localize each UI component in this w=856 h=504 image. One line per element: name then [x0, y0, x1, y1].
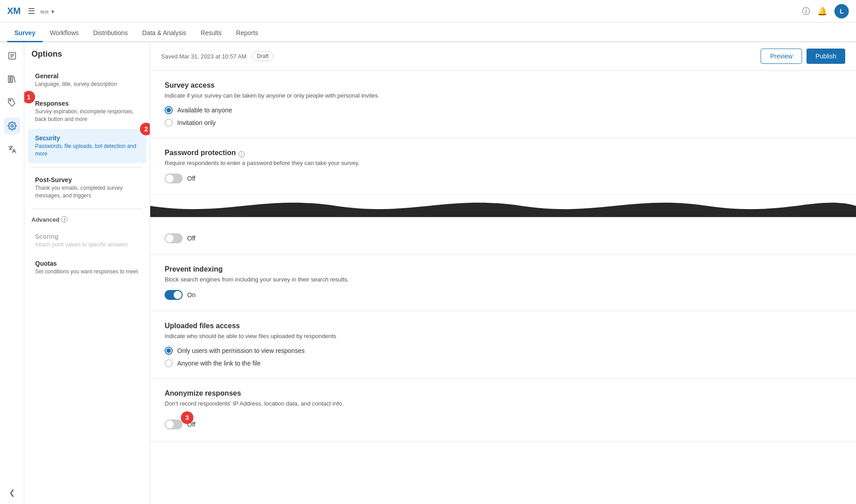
uploaded-files-desc: Indicate who should be able to view file… — [165, 333, 842, 339]
draft-badge: Draft — [252, 51, 273, 61]
advanced-section-header: Advanced i — [24, 213, 150, 227]
anonymize-responses-toggle[interactable] — [165, 419, 183, 429]
radio-only-users[interactable]: Only users with permission to view respo… — [165, 347, 842, 355]
hamburger-menu[interactable]: ☰ — [28, 6, 35, 16]
radio-only-users-label: Only users with permission to view respo… — [177, 347, 305, 354]
sidebar-icon-library[interactable] — [4, 71, 20, 87]
option-item-scoring-desc: Attach point values to specific answers — [35, 241, 139, 249]
password-protection-toggle[interactable] — [165, 174, 183, 183]
option-item-post-survey[interactable]: Post-Survey Thank you emails, completed … — [28, 171, 146, 205]
sidebar-icon-translate[interactable] — [4, 141, 20, 157]
topbar-right: ⓘ 🔔 L — [802, 4, 849, 18]
advanced-label: Advanced — [31, 216, 59, 223]
uploaded-files-title: Uploaded files access — [165, 322, 842, 330]
prevent-indexing-toggle[interactable] — [165, 290, 183, 300]
help-icon[interactable]: ⓘ — [802, 6, 810, 17]
avatar[interactable]: L — [834, 4, 849, 18]
option-item-post-survey-desc: Thank you emails, completed survey messa… — [35, 184, 139, 200]
prevent-indexing-toggle-label: On — [187, 291, 196, 299]
password-protection-toggle-row-2: Off — [165, 233, 842, 243]
options-sidebar: Options General Language, title, survey … — [24, 42, 150, 504]
xm-logo: XM — [7, 6, 21, 16]
sidebar-icon-questions[interactable] — [4, 48, 20, 64]
prevent-indexing-section: Prevent indexing Block search engines fr… — [150, 254, 856, 311]
prevent-indexing-title: Prevent indexing — [165, 265, 842, 273]
saved-text: Saved Mar 31, 2023 at 10:57 AM — [161, 53, 246, 60]
option-item-general-title: General — [35, 72, 139, 80]
nav-tabs: Survey Workflows Distributions Data & An… — [0, 22, 856, 42]
radio-available-to-anyone[interactable]: Available to anyone — [165, 106, 842, 114]
sidebar-collapse-arrow[interactable]: ❮ — [9, 488, 15, 497]
publish-button[interactable]: Publish — [807, 49, 845, 64]
project-name[interactable]: test ▼ — [40, 8, 55, 15]
svg-point-6 — [9, 100, 11, 102]
option-item-scoring[interactable]: Scoring Attach point values to specific … — [28, 227, 146, 254]
radio-invitation-circle — [165, 119, 173, 127]
password-protection-toggle-label-2: Off — [187, 235, 195, 242]
preview-button[interactable]: Preview — [761, 49, 802, 64]
password-protection-toggle-2[interactable] — [165, 233, 183, 243]
option-item-quotas[interactable]: Quotas Set conditions you want responses… — [28, 254, 146, 281]
tab-results[interactable]: Results — [193, 25, 229, 42]
option-item-responses[interactable]: 1 Responses Survey expiration, incomplet… — [28, 94, 146, 129]
survey-access-title: Survey access — [165, 81, 842, 89]
option-item-scoring-title: Scoring — [35, 233, 139, 240]
svg-rect-4 — [8, 76, 9, 83]
option-item-general-desc: Language, title, survey description — [35, 80, 139, 88]
sidebar-icon-options[interactable] — [4, 118, 20, 134]
password-protection-desc: Require respondents to enter a password … — [165, 160, 842, 166]
tab-survey[interactable]: Survey — [7, 25, 43, 42]
badge-responses: 1 — [24, 91, 35, 103]
radio-anyone-link-label: Anyone with the link to the file — [177, 360, 260, 367]
option-item-security-desc: Passwords, file uploads, bot detection a… — [35, 143, 139, 158]
sidebar-divider-1 — [31, 167, 143, 167]
radio-anyone-link[interactable]: Anyone with the link to the file — [165, 359, 842, 367]
icon-sidebar: ❮ — [0, 42, 24, 504]
anonymize-responses-section: Anonymize responses Don't record respond… — [150, 379, 856, 442]
radio-available-label: Available to anyone — [177, 107, 232, 114]
badge-security: 2 — [140, 123, 150, 135]
option-item-general[interactable]: General Language, title, survey descript… — [28, 67, 146, 94]
svg-rect-5 — [11, 76, 12, 83]
sidebar-divider-2 — [31, 209, 143, 209]
password-protection-section-bottom: Off — [150, 217, 856, 254]
radio-available-circle — [165, 106, 173, 114]
option-item-security-title: Security — [35, 134, 139, 142]
anonymize-responses-desc: Don't record respondents' IP Address, lo… — [165, 400, 842, 407]
password-protection-info-icon[interactable]: i — [238, 151, 245, 157]
radio-anyone-link-circle — [165, 359, 173, 367]
action-bar: Saved Mar 31, 2023 at 10:57 AM Draft Pre… — [150, 42, 856, 71]
action-bar-right: Preview Publish — [761, 49, 845, 64]
tab-distributions[interactable]: Distributions — [86, 25, 135, 42]
notification-icon[interactable]: 🔔 — [817, 6, 827, 16]
password-protection-title: Password protection — [165, 149, 236, 157]
svg-point-7 — [11, 125, 13, 127]
radio-only-users-circle — [165, 347, 173, 355]
option-item-security[interactable]: 2 Security Passwords, file uploads, bot … — [28, 129, 146, 163]
prevent-indexing-desc: Block search engines from including your… — [165, 276, 842, 283]
password-protection-section-top: Password protection i Require respondent… — [150, 138, 856, 195]
tab-workflows[interactable]: Workflows — [43, 25, 86, 42]
survey-access-desc: Indicate if your survey can be taken by … — [165, 92, 842, 99]
survey-access-section: Survey access Indicate if your survey ca… — [150, 71, 856, 138]
radio-invitation-only[interactable]: Invitation only — [165, 119, 842, 127]
anonymize-responses-toggle-row: Off 3 — [165, 419, 195, 429]
option-item-responses-title: Responses — [35, 100, 139, 107]
uploaded-files-section: Uploaded files access Indicate who shoul… — [150, 311, 856, 379]
anonymize-responses-title: Anonymize responses — [165, 389, 842, 397]
password-protection-toggle-row: Off — [165, 174, 842, 183]
option-item-responses-desc: Survey expiration, incomplete responses,… — [35, 108, 139, 123]
main-layout: ❮ Options General Language, title, surve… — [0, 42, 856, 504]
sidebar-icon-tools[interactable] — [4, 94, 20, 111]
uploaded-files-radio-group: Only users with permission to view respo… — [165, 347, 842, 367]
topbar: XM ☰ test ▼ ⓘ 🔔 L — [0, 0, 856, 22]
advanced-info-icon[interactable]: i — [61, 216, 67, 223]
tab-reports[interactable]: Reports — [229, 25, 265, 42]
options-title: Options — [24, 49, 150, 66]
tab-data-analysis[interactable]: Data & Analysis — [135, 25, 193, 42]
option-item-quotas-desc: Set conditions you want responses to mee… — [35, 268, 139, 276]
radio-invitation-label: Invitation only — [177, 119, 216, 126]
content-area: Saved Mar 31, 2023 at 10:57 AM Draft Pre… — [150, 42, 856, 504]
prevent-indexing-toggle-row: On — [165, 290, 842, 300]
option-item-quotas-title: Quotas — [35, 260, 139, 267]
